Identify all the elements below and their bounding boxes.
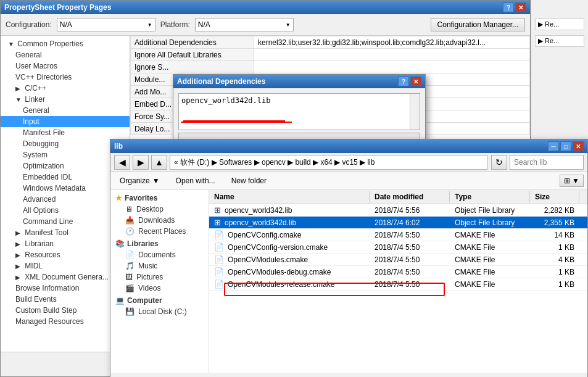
col-type[interactable]: Type: [450, 191, 530, 202]
expand-midl-icon: ▶: [15, 263, 23, 270]
prop-val-ignore-s: [254, 61, 530, 73]
explorer-close-btn[interactable]: ✕: [573, 141, 584, 151]
deps-textarea[interactable]: opencv_world342d.lib: [179, 94, 420, 130]
file-date-opencvconfig: 2018/7/4 5:50: [370, 230, 450, 240]
address-path: « 软件 (D:) ▶ Softwares ▶ opencv ▶ build ▶…: [174, 157, 375, 168]
file-name-opencvconfig-version: 📄 OpenCVConfig-version.cmake: [209, 242, 370, 252]
configuration-select[interactable]: N/A ▼: [57, 18, 155, 31]
deps-scrollbar[interactable]: [410, 94, 420, 130]
computer-section: 💻 Computer 💾 Local Disk (C:): [110, 295, 209, 317]
tree-item-linker[interactable]: ▼ Linker: [1, 94, 130, 105]
file-row-opencv342[interactable]: ⊞ opencv_world342.lib 2018/7/4 5:56 Obje…: [209, 204, 587, 217]
file-row-opencvconfig[interactable]: 📄 OpenCVConfig.cmake 2018/7/4 5:50 CMAKE…: [209, 229, 587, 241]
tree-item-user-macros[interactable]: User Macros: [1, 60, 130, 72]
nav-item-documents[interactable]: 📄 Documents: [110, 249, 209, 260]
config-manager-button[interactable]: Configuration Manager...: [431, 18, 525, 31]
right-item-1[interactable]: ▶ Re...: [535, 19, 584, 30]
organize-dropdown-icon: ▼: [152, 176, 160, 185]
right-item-2[interactable]: ▶ Re...: [535, 35, 584, 47]
close-button[interactable]: ✕: [515, 2, 526, 12]
nav-item-pictures[interactable]: 🖼 Pictures: [110, 271, 209, 283]
nav-item-videos[interactable]: 🎬 Videos: [110, 283, 209, 294]
music-label: Music: [138, 262, 157, 270]
new-folder-button[interactable]: New folder: [226, 175, 272, 187]
favorites-section: ★ Favorites 🖥 Desktop 📥 Downloads 🕐 Rece…: [110, 193, 209, 237]
nav-item-desktop[interactable]: 🖥 Desktop: [110, 204, 209, 215]
dialog-close-button[interactable]: ✕: [410, 77, 421, 86]
file-name-opencv342d: ⊞ opencv_world342d.lib: [209, 217, 370, 228]
up-button[interactable]: ▲: [151, 155, 167, 170]
back-button[interactable]: ◀: [114, 155, 130, 170]
file-type-opencvmodules: CMAKE File: [450, 255, 530, 265]
tree-item-manifest-file[interactable]: Manifest File: [1, 127, 130, 138]
prop-val-additional-deps: kernel32.lib;user32.lib;gdi32.lib;winspo…: [254, 36, 530, 49]
prop-val-ignore-default: [254, 49, 530, 61]
tree-item-linker-input[interactable]: Input: [1, 116, 130, 127]
nav-panel: ★ Favorites 🖥 Desktop 📥 Downloads 🕐 Rece…: [110, 190, 209, 373]
file-explorer-window: lib ─ □ ✕ ◀ ▶ ▲ « 软件 (D:) ▶ Softwares ▶ …: [110, 139, 588, 377]
search-input[interactable]: [510, 155, 584, 170]
refresh-button[interactable]: ↻: [491, 155, 507, 170]
explorer-minimize-btn[interactable]: ─: [548, 141, 559, 151]
file-row-opencvmodules[interactable]: 📄 OpenCVModules.cmake 2018/7/4 5:50 CMAK…: [209, 254, 587, 266]
tree-item-linker-general[interactable]: General: [1, 105, 130, 116]
file-row-opencv342d[interactable]: ⊞ opencv_world342d.lib 2018/7/4 6:02 Obj…: [209, 217, 587, 229]
file-type-opencv342d: Object File Library: [450, 218, 530, 228]
file-date-opencvmodules: 2018/7/4 5:50: [370, 255, 450, 265]
file-date-opencv342: 2018/7/4 5:56: [370, 205, 450, 215]
computer-label: Computer: [127, 296, 162, 305]
open-with-label: Open with...: [176, 176, 215, 185]
open-with-button[interactable]: Open with...: [170, 175, 221, 187]
libraries-section: 📚 Libraries 📄 Documents 🎵 Music 🖼 Pictur…: [110, 238, 209, 294]
file-size-opencvmodules-release: 1 KB: [530, 280, 579, 289]
favorites-header[interactable]: ★ Favorites: [110, 193, 209, 204]
file-type-opencv342: Object File Library: [450, 205, 530, 215]
file-size-opencvconfig: 14 KB: [530, 230, 579, 240]
file-row-opencvmodules-debug[interactable]: 📄 OpenCVModules-debug.cmake 2018/7/4 5:5…: [209, 266, 587, 278]
file-row-opencvconfig-version[interactable]: 📄 OpenCVConfig-version.cmake 2018/7/4 5:…: [209, 241, 587, 254]
address-bar[interactable]: « 软件 (D:) ▶ Softwares ▶ opencv ▶ build ▶…: [170, 155, 487, 170]
explorer-maximize-btn[interactable]: □: [560, 141, 571, 151]
nav-item-music[interactable]: 🎵 Music: [110, 260, 209, 271]
platform-select[interactable]: N/A ▼: [195, 18, 294, 31]
tree-item-general[interactable]: General: [1, 49, 130, 60]
platform-label: Platform:: [160, 20, 190, 29]
nav-item-downloads[interactable]: 📥 Downloads: [110, 215, 209, 226]
dialog-controls: ? ✕: [398, 77, 421, 86]
nav-item-local-disk[interactable]: 💾 Local Disk (C:): [110, 306, 209, 317]
add-deps-title: Additional Dependencies: [177, 77, 265, 86]
col-size[interactable]: Size: [530, 191, 579, 202]
organize-label: Organize: [120, 176, 150, 185]
deps-textarea-wrapper: opencv_world342d.lib: [178, 93, 420, 130]
table-row[interactable]: Ignore All Default Libraries: [131, 49, 530, 61]
tree-item-common-props[interactable]: ▼ Common Properties: [1, 38, 130, 49]
libraries-label: Libraries: [127, 239, 159, 248]
expand-icon: ▼: [8, 41, 15, 48]
explorer-title: lib: [114, 142, 123, 151]
dialog-help-button[interactable]: ?: [398, 77, 409, 86]
table-row[interactable]: Additional Dependencies kernel32.lib;use…: [131, 36, 530, 49]
recent-label: Recent Places: [138, 227, 186, 236]
tree-item-vc-dirs[interactable]: VC++ Directories: [1, 72, 130, 83]
config-dropdown-arrow: ▼: [147, 22, 152, 28]
forward-button[interactable]: ▶: [133, 155, 149, 170]
col-name[interactable]: Name: [209, 191, 370, 202]
computer-header[interactable]: 💻 Computer: [110, 295, 209, 306]
libraries-header[interactable]: 📚 Libraries: [110, 238, 209, 249]
view-button[interactable]: ⊞ ▼: [560, 175, 584, 187]
titlebar-controls: ? ✕: [503, 2, 526, 12]
desktop-label: Desktop: [136, 205, 164, 213]
file-row-opencvmodules-release[interactable]: 📄 OpenCVModules-release.cmake 2018/7/4 5…: [209, 278, 587, 291]
documents-icon: 📄: [125, 251, 135, 259]
table-row[interactable]: Ignore S...: [131, 61, 530, 73]
expand-manifest-icon: ▶: [15, 230, 23, 236]
file-size-opencv342: 2,282 KB: [530, 205, 579, 215]
tree-item-cpp[interactable]: ▶ C/C++: [1, 83, 130, 94]
expand-xml-icon: ▶: [15, 274, 23, 281]
nav-item-recent[interactable]: 🕐 Recent Places: [110, 226, 209, 237]
help-button[interactable]: ?: [503, 2, 514, 12]
prop-key-ignore-default: Ignore All Default Libraries: [131, 49, 254, 61]
organize-button[interactable]: Organize ▼: [114, 175, 165, 187]
videos-icon: 🎬: [125, 284, 135, 292]
col-date[interactable]: Date modified: [370, 191, 450, 202]
